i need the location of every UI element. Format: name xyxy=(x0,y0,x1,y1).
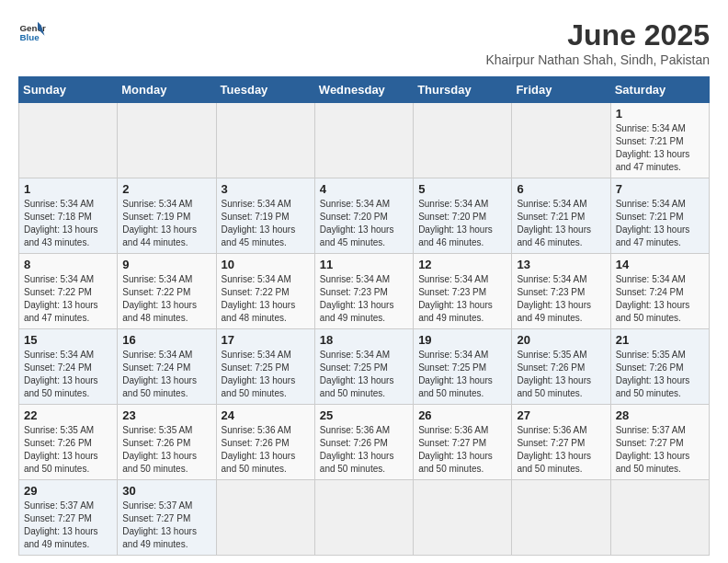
day-number: 23 xyxy=(122,408,210,422)
day-number: 9 xyxy=(122,258,210,271)
day-cell xyxy=(610,480,709,556)
day-number: 22 xyxy=(24,408,112,422)
day-number: 21 xyxy=(616,333,704,347)
day-info: Sunrise: 5:34 AMSunset: 7:20 PMDaylight:… xyxy=(418,199,493,247)
day-cell xyxy=(512,103,610,178)
day-number: 11 xyxy=(320,258,408,271)
day-cell xyxy=(216,103,314,178)
day-info: Sunrise: 5:36 AMSunset: 7:27 PMDaylight:… xyxy=(418,425,493,474)
day-info: Sunrise: 5:34 AMSunset: 7:19 PMDaylight:… xyxy=(122,199,197,247)
month-title: June 2025 xyxy=(485,18,710,52)
day-info: Sunrise: 5:35 AMSunset: 7:26 PMDaylight:… xyxy=(616,350,690,398)
day-info: Sunrise: 5:36 AMSunset: 7:27 PMDaylight:… xyxy=(517,425,591,474)
day-info: Sunrise: 5:34 AMSunset: 7:24 PMDaylight:… xyxy=(122,350,197,398)
day-cell xyxy=(118,103,216,178)
day-cell xyxy=(414,480,512,556)
day-cell xyxy=(512,480,610,556)
day-cell: 16Sunrise: 5:34 AMSunset: 7:24 PMDayligh… xyxy=(118,329,216,405)
col-header-friday: Friday xyxy=(512,77,610,103)
day-number: 1 xyxy=(616,107,704,121)
day-cell: 10Sunrise: 5:34 AMSunset: 7:22 PMDayligh… xyxy=(216,254,314,329)
day-info: Sunrise: 5:34 AMSunset: 7:24 PMDaylight:… xyxy=(24,350,98,398)
week-row-2: 8Sunrise: 5:34 AMSunset: 7:22 PMDaylight… xyxy=(19,254,710,329)
day-info: Sunrise: 5:35 AMSunset: 7:26 PMDaylight:… xyxy=(517,350,591,398)
day-cell xyxy=(414,103,512,178)
day-cell xyxy=(216,480,314,556)
day-info: Sunrise: 5:36 AMSunset: 7:26 PMDaylight:… xyxy=(222,425,296,474)
day-info: Sunrise: 5:35 AMSunset: 7:26 PMDaylight:… xyxy=(24,425,98,474)
col-header-tuesday: Tuesday xyxy=(216,77,314,103)
day-number: 10 xyxy=(222,258,310,271)
day-cell: 30Sunrise: 5:37 AMSunset: 7:27 PMDayligh… xyxy=(118,480,216,556)
day-number: 20 xyxy=(517,333,605,347)
day-number: 29 xyxy=(24,484,112,498)
day-info: Sunrise: 5:34 AMSunset: 7:25 PMDaylight:… xyxy=(222,350,296,398)
day-number: 14 xyxy=(616,258,704,271)
day-number: 26 xyxy=(418,408,506,422)
page-header: General Blue June 2025 Khairpur Nathan S… xyxy=(18,18,710,67)
day-number: 15 xyxy=(24,333,112,347)
day-number: 3 xyxy=(222,182,310,196)
day-cell: 20Sunrise: 5:35 AMSunset: 7:26 PMDayligh… xyxy=(512,329,610,405)
day-cell xyxy=(314,480,413,556)
col-header-saturday: Saturday xyxy=(610,77,709,103)
day-number: 7 xyxy=(616,182,704,196)
day-info: Sunrise: 5:34 AMSunset: 7:25 PMDaylight:… xyxy=(320,350,394,398)
day-cell: 2Sunrise: 5:34 AMSunset: 7:19 PMDaylight… xyxy=(118,178,216,254)
day-cell: 15Sunrise: 5:34 AMSunset: 7:24 PMDayligh… xyxy=(19,329,118,405)
day-number: 5 xyxy=(418,182,506,196)
day-cell: 11Sunrise: 5:34 AMSunset: 7:23 PMDayligh… xyxy=(314,254,413,329)
day-info: Sunrise: 5:34 AMSunset: 7:23 PMDaylight:… xyxy=(418,274,493,323)
day-number: 4 xyxy=(320,182,408,196)
day-info: Sunrise: 5:34 AMSunset: 7:21 PMDaylight:… xyxy=(616,123,690,172)
col-header-sunday: Sunday xyxy=(19,77,118,103)
day-info: Sunrise: 5:34 AMSunset: 7:21 PMDaylight:… xyxy=(517,199,591,247)
logo-icon: General Blue xyxy=(18,18,46,46)
day-number: 2 xyxy=(122,182,210,196)
day-cell: 18Sunrise: 5:34 AMSunset: 7:25 PMDayligh… xyxy=(314,329,413,405)
header-row: SundayMondayTuesdayWednesdayThursdayFrid… xyxy=(19,77,710,103)
day-cell: 8Sunrise: 5:34 AMSunset: 7:22 PMDaylight… xyxy=(19,254,118,329)
day-cell: 28Sunrise: 5:37 AMSunset: 7:27 PMDayligh… xyxy=(610,405,709,480)
day-info: Sunrise: 5:34 AMSunset: 7:24 PMDaylight:… xyxy=(616,274,690,323)
day-info: Sunrise: 5:34 AMSunset: 7:19 PMDaylight:… xyxy=(222,199,296,247)
day-cell: 19Sunrise: 5:34 AMSunset: 7:25 PMDayligh… xyxy=(414,329,512,405)
day-info: Sunrise: 5:37 AMSunset: 7:27 PMDaylight:… xyxy=(616,425,690,474)
day-info: Sunrise: 5:34 AMSunset: 7:22 PMDaylight:… xyxy=(122,274,197,323)
day-cell: 12Sunrise: 5:34 AMSunset: 7:23 PMDayligh… xyxy=(414,254,512,329)
day-info: Sunrise: 5:34 AMSunset: 7:22 PMDaylight:… xyxy=(24,274,98,323)
day-info: Sunrise: 5:35 AMSunset: 7:26 PMDaylight:… xyxy=(122,425,197,474)
day-number: 13 xyxy=(517,258,605,271)
day-cell: 1Sunrise: 5:34 AMSunset: 7:18 PMDaylight… xyxy=(19,178,118,254)
col-header-wednesday: Wednesday xyxy=(314,77,413,103)
day-cell xyxy=(314,103,413,178)
day-number: 25 xyxy=(320,408,408,422)
day-number: 1 xyxy=(24,182,112,196)
day-number: 28 xyxy=(616,408,704,422)
day-cell: 26Sunrise: 5:36 AMSunset: 7:27 PMDayligh… xyxy=(414,405,512,480)
day-cell: 14Sunrise: 5:34 AMSunset: 7:24 PMDayligh… xyxy=(610,254,709,329)
day-cell xyxy=(19,103,118,178)
day-cell: 9Sunrise: 5:34 AMSunset: 7:22 PMDaylight… xyxy=(118,254,216,329)
day-cell: 7Sunrise: 5:34 AMSunset: 7:21 PMDaylight… xyxy=(610,178,709,254)
day-number: 8 xyxy=(24,258,112,271)
svg-text:Blue: Blue xyxy=(20,32,40,42)
day-cell: 3Sunrise: 5:34 AMSunset: 7:19 PMDaylight… xyxy=(216,178,314,254)
day-cell: 22Sunrise: 5:35 AMSunset: 7:26 PMDayligh… xyxy=(19,405,118,480)
day-number: 30 xyxy=(122,484,210,498)
day-cell: 25Sunrise: 5:36 AMSunset: 7:26 PMDayligh… xyxy=(314,405,413,480)
location-title: Khairpur Nathan Shah, Sindh, Pakistan xyxy=(485,52,710,67)
week-row-0: 1Sunrise: 5:34 AMSunset: 7:21 PMDaylight… xyxy=(19,103,710,178)
week-row-3: 15Sunrise: 5:34 AMSunset: 7:24 PMDayligh… xyxy=(19,329,710,405)
week-row-4: 22Sunrise: 5:35 AMSunset: 7:26 PMDayligh… xyxy=(19,405,710,480)
col-header-thursday: Thursday xyxy=(414,77,512,103)
day-info: Sunrise: 5:37 AMSunset: 7:27 PMDaylight:… xyxy=(24,500,98,549)
day-info: Sunrise: 5:34 AMSunset: 7:25 PMDaylight:… xyxy=(418,350,493,398)
day-cell: 6Sunrise: 5:34 AMSunset: 7:21 PMDaylight… xyxy=(512,178,610,254)
day-cell: 23Sunrise: 5:35 AMSunset: 7:26 PMDayligh… xyxy=(118,405,216,480)
day-cell: 21Sunrise: 5:35 AMSunset: 7:26 PMDayligh… xyxy=(610,329,709,405)
day-cell: 24Sunrise: 5:36 AMSunset: 7:26 PMDayligh… xyxy=(216,405,314,480)
day-info: Sunrise: 5:34 AMSunset: 7:23 PMDaylight:… xyxy=(320,274,394,323)
day-number: 6 xyxy=(517,182,605,196)
day-cell: 27Sunrise: 5:36 AMSunset: 7:27 PMDayligh… xyxy=(512,405,610,480)
